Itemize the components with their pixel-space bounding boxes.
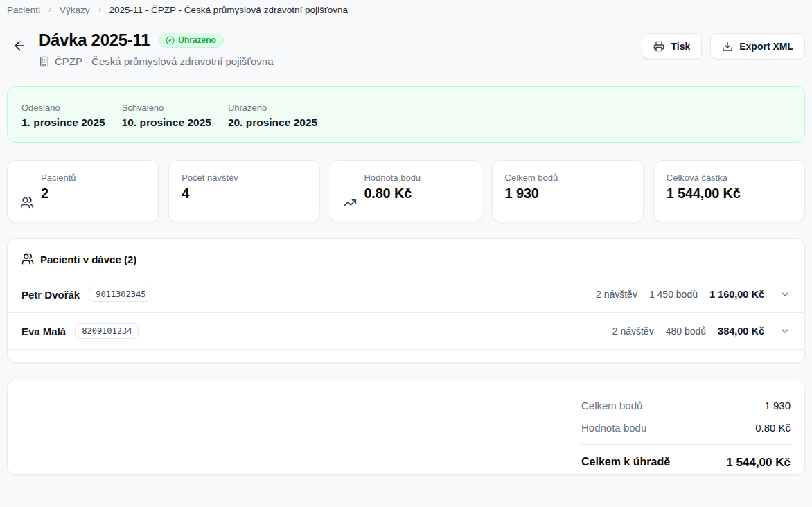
page-header: Dávka 2025-11 Uhrazeno ČPZP - Česká prům… bbox=[7, 30, 805, 67]
summary-total-label: Celkem k úhradě bbox=[581, 456, 670, 470]
timeline-date: 10. prosince 2025 bbox=[122, 116, 211, 129]
users-icon bbox=[21, 253, 34, 265]
stat-label: Počet návštěv bbox=[182, 172, 238, 183]
status-timeline-banner: Odesláno 1. prosince 2025 Schváleno 10. … bbox=[7, 86, 805, 143]
export-xml-button-label: Export XML bbox=[739, 41, 793, 52]
timeline-odeslano: Odesláno 1. prosince 2025 bbox=[21, 103, 105, 126]
patient-row[interactable]: Petr Dvořák 9011302345 2 návštěv 1 450 b… bbox=[8, 276, 804, 313]
timeline-schvaleno: Schváleno 10. prosince 2025 bbox=[122, 103, 211, 126]
stat-value: 1 544,00 Kč bbox=[667, 186, 741, 202]
status-badge: Uhrazeno bbox=[159, 33, 224, 48]
summary-row-hodnota-bodu: Hodnota bodu 0.80 Kč bbox=[581, 422, 791, 434]
download-icon bbox=[722, 41, 733, 52]
summary-label: Celkem bodů bbox=[581, 400, 642, 411]
patient-id-badge: 9011302345 bbox=[89, 287, 152, 302]
patient-amount: 384,00 Kč bbox=[718, 326, 764, 337]
stat-label: Celková částka bbox=[667, 172, 741, 183]
back-button[interactable] bbox=[10, 36, 29, 55]
totals-summary-card: Celkem bodů 1 930 Hodnota bodu 0.80 Kč C… bbox=[7, 380, 805, 475]
summary-label: Hodnota bodu bbox=[581, 422, 646, 434]
chevron-down-icon[interactable] bbox=[779, 289, 791, 300]
patient-name: Petr Dvořák bbox=[21, 289, 80, 301]
printer-icon bbox=[653, 41, 664, 52]
patient-name: Eva Malá bbox=[21, 326, 66, 337]
breadcrumb-item-current: 2025-11 - ČPZP - Česká průmyslová zdravo… bbox=[109, 5, 348, 15]
stat-value: 0.80 Kč bbox=[364, 186, 421, 202]
chevron-down-icon[interactable] bbox=[779, 326, 791, 337]
stat-card-celkova-castka: Celková částka 1 544,00 Kč bbox=[653, 160, 805, 222]
insurer-name: ČPZP - Česká průmyslová zdravotní pojišť… bbox=[55, 55, 273, 67]
stat-card-hodnota-bodu: Hodnota bodu 0.80 Kč bbox=[330, 160, 482, 222]
stats-row: Pacientů 2 Počet návštěv 4 Hodnota bodu … bbox=[7, 160, 805, 222]
patient-id-badge: 8209101234 bbox=[75, 323, 139, 339]
summary-total-row: Celkem k úhradě 1 544,00 Kč bbox=[581, 444, 791, 470]
users-icon bbox=[20, 196, 34, 210]
patients-section-title: Pacienti v dávce (2) bbox=[40, 254, 136, 265]
breadcrumb: Pacienti Výkazy 2025-11 - ČPZP - Česká p… bbox=[7, 3, 805, 17]
stat-card-celkem-bodu: Celkem bodů 1 930 bbox=[492, 160, 644, 222]
summary-value: 1 930 bbox=[764, 400, 791, 411]
stat-value: 1 930 bbox=[505, 186, 558, 202]
patients-in-batch-card: Pacienti v dávce (2) Petr Dvořák 9011302… bbox=[7, 238, 805, 363]
stat-label: Celkem bodů bbox=[505, 172, 558, 183]
summary-value: 0.80 Kč bbox=[755, 422, 791, 434]
timeline-label: Odesláno bbox=[21, 103, 105, 113]
breadcrumb-item-vykazy[interactable]: Výkazy bbox=[60, 5, 90, 15]
stat-value: 2 bbox=[41, 186, 76, 202]
patient-amount: 1 160,00 Kč bbox=[709, 289, 764, 300]
patient-points: 480 bodů bbox=[666, 326, 706, 337]
timeline-label: Schváleno bbox=[122, 103, 211, 113]
timeline-uhrazeno: Uhrazeno 20. prosince 2025 bbox=[228, 103, 317, 126]
summary-row-celkem-bodu: Celkem bodů 1 930 bbox=[581, 400, 791, 411]
patient-visits: 2 návštěv bbox=[612, 326, 654, 337]
check-circle-icon bbox=[166, 36, 175, 45]
batch-detail-page: Pacienti Výkazy 2025-11 - ČPZP - Česká p… bbox=[0, 0, 812, 475]
patient-visits: 2 návštěv bbox=[596, 289, 637, 300]
timeline-date: 1. prosince 2025 bbox=[21, 116, 105, 129]
summary-total-value: 1 544,00 Kč bbox=[726, 456, 791, 470]
header-actions: Tisk Export XML bbox=[642, 30, 805, 60]
status-badge-label: Uhrazeno bbox=[178, 35, 216, 45]
print-button[interactable]: Tisk bbox=[642, 33, 702, 60]
stat-label: Hodnota bodu bbox=[364, 172, 421, 183]
export-xml-button[interactable]: Export XML bbox=[710, 33, 805, 60]
stat-value: 4 bbox=[182, 186, 238, 202]
patient-row[interactable]: Eva Malá 8209101234 2 návštěv 480 bodů 3… bbox=[8, 313, 804, 350]
patients-section-header: Pacienti v dávce (2) bbox=[8, 253, 804, 265]
insurer-subtitle: ČPZP - Česká průmyslová zdravotní pojišť… bbox=[39, 55, 273, 67]
page-title: Dávka 2025-11 bbox=[39, 30, 150, 50]
patient-points: 1 450 bodů bbox=[649, 289, 698, 300]
chevron-right-icon bbox=[46, 6, 54, 14]
stat-card-pacientu: Pacientů 2 bbox=[7, 160, 159, 222]
stat-card-pocet-navstev: Počet návštěv 4 bbox=[168, 160, 320, 222]
print-button-label: Tisk bbox=[671, 41, 690, 52]
timeline-date: 20. prosince 2025 bbox=[228, 116, 317, 129]
chevron-right-icon bbox=[96, 6, 104, 14]
stat-label: Pacientů bbox=[41, 172, 76, 183]
arrow-left-icon bbox=[12, 39, 26, 53]
building-icon bbox=[39, 56, 50, 67]
timeline-label: Uhrazeno bbox=[228, 103, 317, 113]
trending-up-icon bbox=[343, 196, 357, 210]
breadcrumb-item-pacienti[interactable]: Pacienti bbox=[7, 5, 40, 15]
